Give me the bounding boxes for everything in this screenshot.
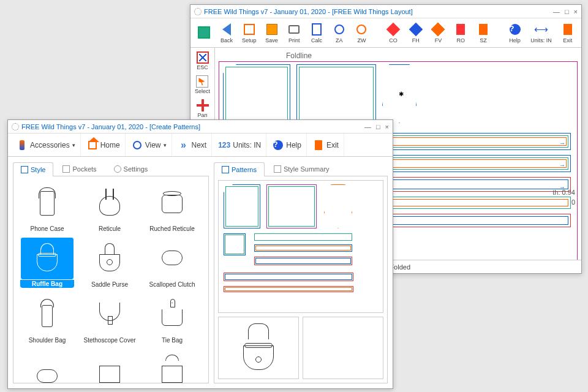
units-toggle[interactable]: 123Units: IN bbox=[213, 134, 266, 156]
co-button[interactable]: CO bbox=[383, 20, 404, 47]
home-button[interactable]: Home bbox=[82, 134, 126, 156]
calc-button[interactable]: Calc bbox=[307, 20, 327, 47]
app-icon bbox=[12, 123, 19, 130]
pattern-piece[interactable]: ✱ bbox=[382, 64, 417, 123]
pattern-preview-empty[interactable] bbox=[303, 317, 383, 379]
create-window: FREE Wild Things v7 - January 01, 2020 -… bbox=[7, 119, 393, 389]
close-button[interactable]: × bbox=[574, 8, 578, 15]
pattern-preview-main[interactable] bbox=[218, 180, 383, 313]
style-item-partial[interactable] bbox=[18, 349, 76, 383]
create-titlebar[interactable]: FREE Wild Things v7 - January 01, 2020 -… bbox=[8, 120, 393, 134]
accessories-menu[interactable]: Accessories▾ bbox=[12, 134, 81, 156]
style-item-partial[interactable] bbox=[143, 349, 201, 383]
window-controls: — □ × bbox=[553, 8, 578, 15]
tab-style-summary[interactable]: Style Summary bbox=[266, 162, 337, 176]
style-item-phone-case[interactable]: Phone Case bbox=[18, 181, 76, 232]
style-item-ruffle-bag[interactable]: Ruffle Bag bbox=[18, 237, 76, 288]
maximize-button[interactable]: □ bbox=[376, 123, 380, 130]
settings-icon bbox=[114, 165, 121, 173]
exit-button[interactable]: Exit bbox=[308, 134, 344, 156]
tab-style[interactable]: Style bbox=[13, 162, 53, 176]
maximize-button[interactable]: □ bbox=[565, 8, 569, 15]
zw-button[interactable]: ZW bbox=[352, 20, 372, 47]
pattern-piece-inner bbox=[299, 67, 374, 121]
info-th: th: 0.94 bbox=[552, 189, 575, 196]
left-tabs: Style Pockets Settings bbox=[13, 162, 209, 176]
tab-settings[interactable]: Settings bbox=[106, 162, 156, 176]
style-item-reticule[interactable]: Reticule bbox=[81, 181, 138, 232]
chip-icon[interactable] bbox=[194, 20, 214, 47]
pan-tool[interactable]: Pan bbox=[197, 99, 209, 118]
setup-button[interactable]: Setup bbox=[239, 20, 259, 47]
info-zero: 0 bbox=[571, 198, 575, 206]
123-icon: 123 bbox=[218, 141, 230, 149]
style-item-saddle-purse[interactable]: Saddle Purse bbox=[81, 237, 138, 288]
pockets-icon bbox=[62, 165, 70, 173]
esc-tool[interactable]: ESC bbox=[197, 51, 209, 70]
close-button[interactable]: × bbox=[385, 123, 389, 130]
style-item-ruched-reticule[interactable]: Ruched Reticule bbox=[143, 181, 201, 232]
ro-button[interactable]: RO bbox=[451, 20, 471, 47]
units-toggle[interactable]: ⟷Units: IN bbox=[527, 20, 555, 47]
back-button[interactable]: Back bbox=[217, 20, 237, 47]
summary-icon bbox=[274, 165, 281, 173]
tab-pockets[interactable]: Pockets bbox=[55, 162, 104, 176]
style-item-shoulder-bag[interactable]: Shoulder Bag bbox=[18, 293, 76, 344]
right-tabs: Patterns Style Summary bbox=[214, 162, 388, 176]
style-item-tie-bag[interactable]: Tie Bag bbox=[143, 293, 201, 344]
style-icon bbox=[21, 166, 28, 173]
fv-button[interactable]: FV bbox=[428, 20, 448, 47]
view-menu[interactable]: View▾ bbox=[127, 134, 172, 156]
help-button[interactable]: ?Help bbox=[268, 134, 307, 156]
right-panel: Patterns Style Summary bbox=[214, 162, 388, 383]
create-toolbar: Accessories▾ Home View▾ »Next 123Units: … bbox=[8, 134, 393, 157]
chevron-down-icon: ▾ bbox=[72, 142, 75, 148]
pattern-preview-thumb[interactable] bbox=[218, 317, 299, 379]
patterns-panel bbox=[214, 176, 388, 383]
minimize-button[interactable]: — bbox=[553, 8, 560, 15]
foldline-label: Foldline bbox=[286, 51, 578, 60]
style-item-scalloped-clutch[interactable]: Scalloped Clutch bbox=[143, 237, 201, 288]
minimize-button[interactable]: — bbox=[364, 123, 371, 130]
sz-button[interactable]: SZ bbox=[473, 20, 494, 47]
app-icon bbox=[194, 8, 202, 15]
layout-toolbar: Back Setup Save Print Calc ZA ZW CO FH F… bbox=[190, 18, 581, 48]
chevron-down-icon: ▾ bbox=[164, 142, 167, 148]
left-panel: Style Pockets Settings Phone Case Reticu… bbox=[13, 162, 209, 383]
za-button[interactable]: ZA bbox=[329, 20, 349, 47]
style-item-partial[interactable] bbox=[81, 349, 138, 383]
fh-button[interactable]: FH bbox=[405, 20, 426, 47]
print-button[interactable]: Print bbox=[284, 20, 304, 47]
tab-patterns[interactable]: Patterns bbox=[214, 162, 265, 176]
save-button[interactable]: Save bbox=[262, 20, 282, 47]
patterns-icon bbox=[222, 166, 229, 173]
layout-title: FREE Wild Things v7 - January 01, 2020 -… bbox=[204, 8, 413, 15]
style-item-stethoscope-cover[interactable]: Stethoscope Cover bbox=[81, 293, 138, 344]
style-grid: Phone Case Reticule Ruched Reticule Ruff… bbox=[13, 176, 209, 383]
exit-button[interactable]: Exit bbox=[557, 20, 578, 47]
select-tool[interactable]: Select bbox=[195, 75, 210, 94]
next-button[interactable]: »Next bbox=[173, 134, 213, 156]
pattern-piece-inner bbox=[225, 67, 288, 121]
create-title: FREE Wild Things v7 - January 01, 2020 -… bbox=[21, 123, 200, 130]
help-button[interactable]: ?Help bbox=[505, 20, 525, 47]
window-controls: — □ × bbox=[364, 123, 389, 130]
layout-titlebar[interactable]: FREE Wild Things v7 - January 01, 2020 -… bbox=[190, 5, 581, 18]
double-arrow-icon: » bbox=[178, 140, 189, 151]
